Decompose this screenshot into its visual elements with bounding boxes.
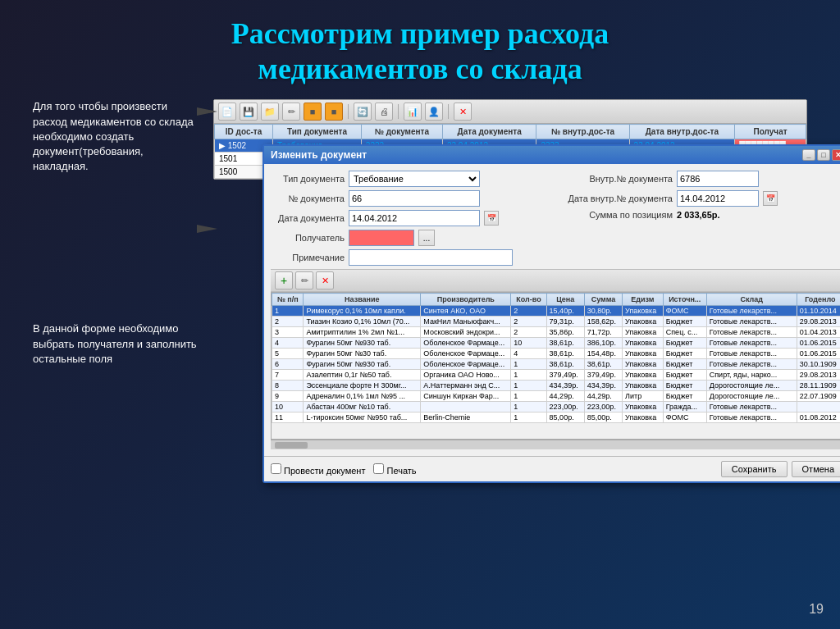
dialog-tb-delete[interactable]: ✕: [316, 271, 334, 289]
save-button[interactable]: Сохранить: [721, 461, 788, 477]
inner-table-cell: Амитриптилин 1% 2мл №1...: [304, 327, 421, 338]
inner-table-cell: 6: [272, 359, 304, 370]
horizontal-scrollbar[interactable]: [271, 440, 840, 449]
inner-table-cell: Бюджет: [663, 391, 706, 402]
inner-table-cell: 434,39р.: [546, 381, 584, 391]
toolbar-refresh[interactable]: 🔄: [354, 103, 372, 121]
inner-calendar-btn[interactable]: 📅: [763, 191, 778, 206]
inner-table-row[interactable]: 3Амитриптилин 1% 2мл №1...Московский энд…: [272, 327, 841, 338]
toolbar-print[interactable]: 🖨: [375, 103, 393, 121]
input-recv[interactable]: [349, 230, 414, 246]
inner-table-container[interactable]: № п/п Название Производитель Кол-во Цена…: [271, 292, 840, 440]
input-note[interactable]: [349, 249, 513, 266]
inner-table-cell: 2: [272, 317, 304, 327]
inner-table-cell: 30,80р.: [584, 306, 622, 317]
form-row-sum: Сумма по позициям 2 033,65р.: [566, 210, 840, 220]
inner-table-cell: Бюджет: [663, 317, 706, 327]
col-num: № п/п: [272, 294, 304, 306]
dialog-tb-add[interactable]: +: [275, 271, 293, 289]
inner-table-cell: 1: [511, 359, 546, 370]
toolbar-open[interactable]: 📁: [261, 103, 279, 121]
inner-table-cell: Оболенское Фармаце...: [421, 349, 511, 359]
select-type[interactable]: Требование: [349, 171, 480, 187]
toolbar-orange2[interactable]: ■: [325, 103, 343, 121]
inner-table-cell: Синшун Киркан Фар...: [421, 391, 511, 402]
calendar-btn[interactable]: 📅: [484, 211, 499, 226]
col-inner-num: № внутр.дос-та: [536, 125, 629, 139]
inner-table-cell: Готовые лекарств...: [706, 317, 797, 327]
inner-table-cell: Азалептин 0,1г №50 таб.: [304, 370, 421, 381]
inner-table-row[interactable]: 1Римекорус 0,1% 10мл капли.Синтея АКО, О…: [272, 306, 841, 317]
inner-table-cell: Упаковка: [623, 381, 664, 391]
inner-table-row[interactable]: 7Азалептин 0,1г №50 таб.Органика ОАО Нов…: [272, 370, 841, 381]
inner-table-row[interactable]: 11L-тироксин 50мкг №950 таб...Berlin-Che…: [272, 412, 841, 423]
inner-table-row[interactable]: 4Фурагин 50мг №930 таб.Оболенское Фармац…: [272, 338, 841, 349]
inner-table-row[interactable]: 8Эссенциале форте Н 300мг...А.Наттерманн…: [272, 381, 841, 391]
dialog-window: Изменить документ _ □ ✕ Тип докум: [262, 144, 840, 483]
dialog-minimize[interactable]: _: [802, 149, 815, 161]
inner-table-row[interactable]: 9Адреналин 0,1% 1мл №95 ...Синшун Киркан…: [272, 391, 841, 402]
input-inner-date[interactable]: [677, 190, 759, 207]
inner-table-cell: 38,61р.: [546, 338, 584, 349]
inner-table-row[interactable]: 2Тиазин Козио 0,1% 10мл (70...МакНил Ман…: [272, 317, 841, 327]
col-name: Название: [304, 294, 421, 306]
checkbox-print[interactable]: [373, 463, 384, 474]
content-area: Для того чтобы произвести расход медикам…: [33, 99, 807, 391]
inner-table-row[interactable]: 5Фурагин 50мг №30 таб.Оболенское Фармаце…: [272, 349, 841, 359]
inner-table-cell: 1: [511, 402, 546, 412]
dialog-tb-edit[interactable]: ✏: [295, 271, 313, 289]
checkbox-print-label[interactable]: Печать: [373, 463, 416, 476]
inner-table-cell: Спирт, яды, нарко...: [706, 370, 797, 381]
checkbox-print-text: Печать: [387, 466, 417, 476]
inner-table-row[interactable]: 6Фурагин 50мг №930 таб.Оболенское Фармац…: [272, 359, 841, 370]
toolbar-edit[interactable]: ✏: [282, 103, 300, 121]
dialog-bottom-bar: Провести документ Печать Сохранить Отмен…: [264, 456, 840, 481]
col-price: Цена: [546, 294, 584, 306]
col-num: № документа: [361, 125, 442, 139]
checkbox-post-label[interactable]: Провести документ: [271, 463, 365, 476]
sum-value: 2 033,65р.: [677, 210, 720, 220]
arrow-2: [197, 221, 221, 237]
label-sum: Сумма по позициям: [566, 210, 673, 220]
input-date[interactable]: [349, 210, 480, 226]
inner-table-cell: 85,00р.: [584, 412, 622, 423]
inner-table-cell: Упаковка: [623, 412, 664, 423]
inner-table-cell: Готовые лекарств...: [706, 402, 797, 412]
inner-table-cell: Абастан 400мг №10 таб.: [304, 402, 421, 412]
inner-table-cell: 79,31р.: [546, 317, 584, 327]
inner-table-cell: 71,72р.: [584, 327, 622, 338]
inner-table-row[interactable]: 10Абастан 400мг №10 таб.1223,00р.223,00р…: [272, 402, 841, 412]
inner-table-cell: 1: [511, 381, 546, 391]
main-toolbar: 📄 💾 📁 ✏ ■ ■ 🔄 🖨 📊 👤 ✕: [214, 100, 806, 124]
inner-table-cell: 85,00р.: [546, 412, 584, 423]
inner-table-cell: 4: [511, 349, 546, 359]
slide-container: Рассмотрим пример расходамедикаментов со…: [0, 0, 840, 629]
col-inner-date: Дата внутр.дос-та: [629, 125, 735, 139]
inner-table-cell: 1: [511, 370, 546, 381]
inner-table-header-row: № п/п Название Производитель Кол-во Цена…: [272, 294, 841, 306]
col-producer: Производитель: [421, 294, 511, 306]
toolbar-delete[interactable]: ✕: [454, 103, 472, 121]
dialog-maximize[interactable]: □: [817, 149, 830, 161]
col-id: ID дос-та: [215, 125, 273, 139]
input-inner-num[interactable]: [677, 171, 759, 187]
dialog-close[interactable]: ✕: [832, 149, 840, 161]
inner-table-cell: Фурагин 50мг №30 таб.: [304, 349, 421, 359]
toolbar-chart[interactable]: 📊: [404, 103, 422, 121]
toolbar-orange[interactable]: ■: [304, 103, 322, 121]
label-num: № документа: [271, 194, 345, 203]
inner-table-cell: Синтея АКО, ОАО: [421, 306, 511, 317]
inner-table-cell: Дорогостоящие ле...: [706, 381, 797, 391]
inner-table-cell: Гражда...: [663, 402, 706, 412]
toolbar-person[interactable]: 👤: [425, 103, 443, 121]
input-num[interactable]: [349, 190, 480, 207]
toolbar-save[interactable]: 💾: [240, 103, 258, 121]
svg-marker-0: [197, 107, 217, 116]
inner-table-cell: 1: [272, 306, 304, 317]
inner-table-cell: 30.10.1909: [797, 359, 840, 370]
cancel-button[interactable]: Отмена: [792, 461, 840, 477]
checkbox-post[interactable]: [271, 463, 281, 474]
inner-table-cell: 44,29р.: [546, 391, 584, 402]
recv-dots-btn[interactable]: ...: [418, 230, 435, 246]
inner-table-cell: 2: [511, 327, 546, 338]
